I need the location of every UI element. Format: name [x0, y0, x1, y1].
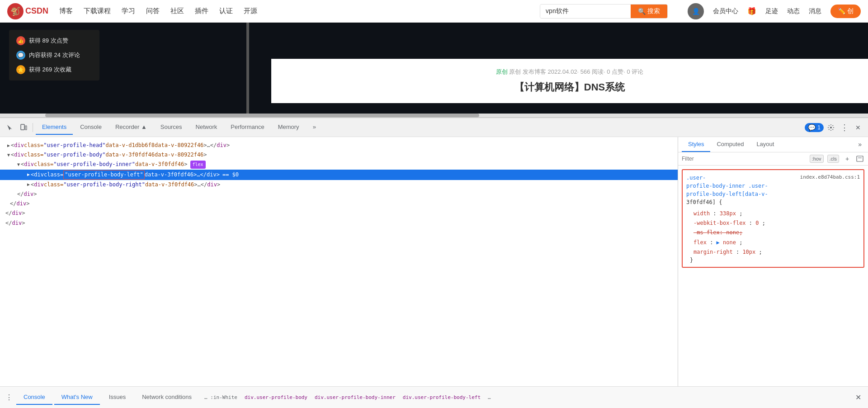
- cursor-icon: [6, 124, 14, 131]
- tab-recorder[interactable]: Recorder ▲: [109, 120, 153, 135]
- nav-open[interactable]: 开源: [244, 5, 257, 17]
- search-input[interactable]: [540, 5, 631, 18]
- flex-expand-btn[interactable]: ▶: [717, 239, 720, 246]
- nav-learn[interactable]: 学习: [122, 5, 135, 17]
- element-row-head[interactable]: ▶ <div class="user-profile-head" data-v-…: [0, 141, 678, 150]
- article-meta: 原创 原创 发布博客 2022.04.02· 566 阅读· 0 点赞· 0 评…: [289, 68, 850, 76]
- bc-profile-body[interactable]: div.user-profile-body: [241, 393, 311, 402]
- logo-text: CSDN: [25, 6, 48, 16]
- search-bar: 🔍 搜索: [540, 4, 668, 19]
- likes-icon: 👍: [16, 36, 25, 45]
- element-row-body-inner[interactable]: ▼ <div class="user-profile-body-inner" d…: [0, 160, 678, 169]
- device-toolbar-button[interactable]: [17, 121, 30, 134]
- cursor-tool-button[interactable]: [4, 121, 16, 134]
- footer-close-button[interactable]: ✕: [852, 391, 864, 404]
- element-row-close-2[interactable]: </div>: [0, 218, 678, 228]
- highlight-class-value: "user-profile-body-left": [63, 170, 144, 180]
- stat-likes: 👍 获得 89 次点赞: [16, 33, 92, 48]
- bc-profile-body-inner[interactable]: div.user-profile-body-inner: [311, 393, 399, 402]
- collapse-body[interactable]: ▼: [7, 152, 10, 159]
- element-row-body[interactable]: ▼ <div class="user-profile-body" data-v-…: [0, 150, 678, 160]
- close-devtools-button[interactable]: ✕: [852, 121, 864, 134]
- tab-computed[interactable]: Computed: [710, 137, 750, 152]
- scroll-thumb: [45, 114, 479, 117]
- tab-layout[interactable]: Layout: [750, 137, 780, 152]
- element-row-body-left[interactable]: ▶ <div class= "user-profile-body-left" d…: [0, 170, 678, 180]
- hov-filter-btn[interactable]: :hov: [810, 155, 824, 163]
- article-area: 原创 原创 发布博客 2022.04.02· 566 阅读· 0 点赞· 0 评…: [271, 23, 868, 103]
- style-rule-block: .user- index.e8d74bab.css:1 profile-body…: [682, 169, 864, 268]
- svg-point-2: [830, 127, 832, 128]
- cls-filter-btn[interactable]: .cls: [827, 155, 840, 163]
- nav-auth[interactable]: 认证: [219, 5, 233, 17]
- nav-history[interactable]: 足迹: [765, 7, 778, 15]
- nav-download[interactable]: 下载课程: [84, 5, 111, 17]
- create-button[interactable]: ✏️ 创: [830, 5, 861, 18]
- nav-message[interactable]: 消息: [809, 7, 821, 15]
- collapse-head[interactable]: ▶: [7, 142, 10, 149]
- sidebar-stats: 👍 获得 89 次点赞 💬 内容获得 24 次评论 ⭐ 获得 269 次收藏: [9, 30, 99, 81]
- close-icon: ✕: [855, 124, 861, 131]
- logo-icon: 🐒: [7, 3, 24, 19]
- tab-performance[interactable]: Performance: [224, 120, 270, 135]
- issues-badge[interactable]: 💬 1: [805, 123, 824, 132]
- styles-tab-more[interactable]: »: [855, 137, 864, 152]
- devtools-toolbar: Elements Console Recorder ▲ Sources Netw…: [0, 118, 868, 137]
- styles-filter-bar: :hov .cls +: [678, 152, 868, 166]
- new-style-rule-btn[interactable]: [855, 154, 864, 163]
- styles-tabs: Styles Computed Layout »: [678, 137, 868, 152]
- footer-tab-issues[interactable]: Issues: [102, 390, 133, 405]
- style-source-file[interactable]: index.e8d74bab.css:1: [800, 174, 860, 181]
- footer-tab-console[interactable]: Console: [16, 390, 52, 405]
- nav-right: 👤 会员中心 🎁 足迹 动态 消息 ✏️ 创: [688, 3, 861, 19]
- styles-content[interactable]: .user- index.e8d74bab.css:1 profile-body…: [678, 166, 868, 386]
- tab-styles[interactable]: Styles: [682, 137, 710, 152]
- footer-tab-network-conditions[interactable]: Network conditions: [135, 390, 199, 405]
- footer-more-btn[interactable]: ⋮: [4, 391, 14, 403]
- footer-tab-whatsnew[interactable]: What's New: [54, 390, 100, 405]
- breadcrumb: … :in-White div.user-profile-body div.us…: [201, 393, 850, 402]
- tab-network[interactable]: Network: [189, 120, 224, 135]
- element-row-close-body[interactable]: </div>: [0, 199, 678, 209]
- settings-button[interactable]: [825, 121, 837, 134]
- search-button[interactable]: 🔍 搜索: [631, 5, 667, 18]
- styles-filter-input[interactable]: [682, 156, 806, 162]
- more-options-button[interactable]: ⋮: [838, 121, 851, 134]
- tab-memory[interactable]: Memory: [272, 120, 306, 135]
- nav-qa[interactable]: 问答: [146, 5, 160, 17]
- tab-console[interactable]: Console: [74, 120, 108, 135]
- settings-icon: [827, 124, 835, 131]
- styles-panel: Styles Computed Layout » :hov .cls + .: [678, 137, 868, 386]
- stat-favorites-text: 获得 269 次收藏: [29, 66, 71, 74]
- nav-dynamic[interactable]: 动态: [787, 7, 800, 15]
- closing-brace: }: [686, 257, 860, 263]
- logo[interactable]: 🐒 CSDN: [7, 3, 48, 19]
- svg-rect-3: [857, 156, 863, 161]
- element-row-close-1[interactable]: </div>: [0, 209, 678, 218]
- nav-plugin[interactable]: 插件: [195, 5, 208, 17]
- element-row-body-right[interactable]: ▶ <div class="user-profile-body-right" d…: [0, 180, 678, 190]
- dom-ref: == $0: [222, 171, 239, 179]
- tab-more[interactable]: »: [307, 120, 322, 135]
- nav-member[interactable]: 会员中心: [713, 7, 738, 15]
- avatar[interactable]: 👤: [688, 3, 704, 19]
- element-row-close-inner[interactable]: </div>: [0, 190, 678, 199]
- add-style-btn[interactable]: +: [843, 154, 852, 163]
- svg-rect-1: [25, 126, 27, 130]
- toolbar-separator-1: [33, 123, 33, 132]
- bc-ellipsis[interactable]: …: [484, 393, 495, 402]
- bc-profile-body-left[interactable]: div.user-profile-body-left: [399, 393, 484, 402]
- collapse-inner[interactable]: ▼: [17, 161, 20, 168]
- original-badge: 原创: [496, 68, 508, 75]
- nav-blog[interactable]: 博客: [59, 5, 73, 17]
- resize-handle[interactable]: [246, 23, 249, 117]
- tab-elements[interactable]: Elements: [36, 120, 73, 135]
- elements-panel[interactable]: ▶ <div class="user-profile-head" data-v-…: [0, 137, 678, 386]
- horizontal-scrollbar[interactable]: [0, 114, 868, 117]
- bc-in-white[interactable]: … :in-White: [201, 393, 241, 402]
- nav-community[interactable]: 社区: [170, 5, 184, 17]
- prop-webkit-flex: -webkit-box-flex : 0 ;: [686, 218, 860, 228]
- badge-count: 1: [817, 124, 821, 131]
- stat-likes-text: 获得 89 次点赞: [29, 37, 68, 45]
- tab-sources[interactable]: Sources: [154, 120, 189, 135]
